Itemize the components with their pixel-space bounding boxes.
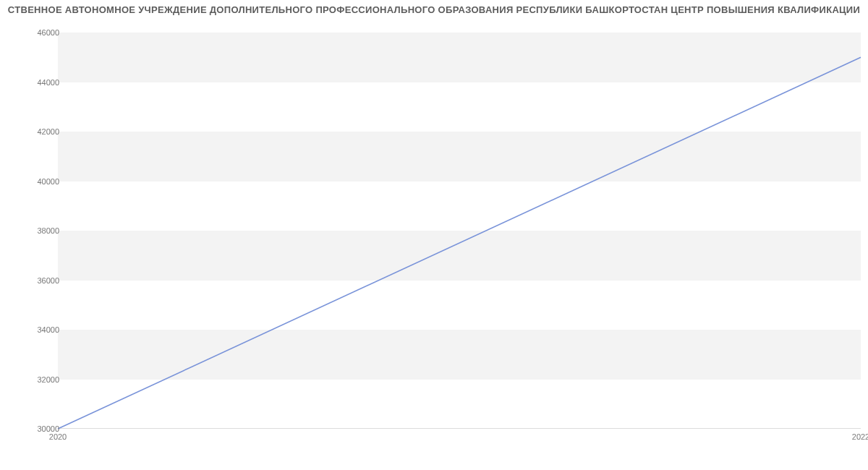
chart-container: СТВЕННОЕ АВТОНОМНОЕ УЧРЕЖДЕНИЕ ДОПОЛНИТЕ… (0, 0, 868, 470)
series-line (58, 57, 861, 429)
plot-area (58, 33, 861, 429)
chart-title: СТВЕННОЕ АВТОНОМНОЕ УЧРЕЖДЕНИЕ ДОПОЛНИТЕ… (0, 4, 868, 15)
y-tick-label: 38000 (9, 226, 59, 235)
x-tick-label: 2020 (49, 432, 67, 441)
y-tick-label: 34000 (9, 325, 59, 334)
y-tick-label: 40000 (9, 177, 59, 186)
y-tick-label: 32000 (9, 375, 59, 384)
x-tick-label: 2022 (852, 432, 868, 441)
y-tick-label: 46000 (9, 28, 59, 37)
y-tick-label: 44000 (9, 78, 59, 87)
y-tick-label: 42000 (9, 127, 59, 136)
line-layer (58, 33, 861, 429)
y-tick-label: 36000 (9, 276, 59, 285)
